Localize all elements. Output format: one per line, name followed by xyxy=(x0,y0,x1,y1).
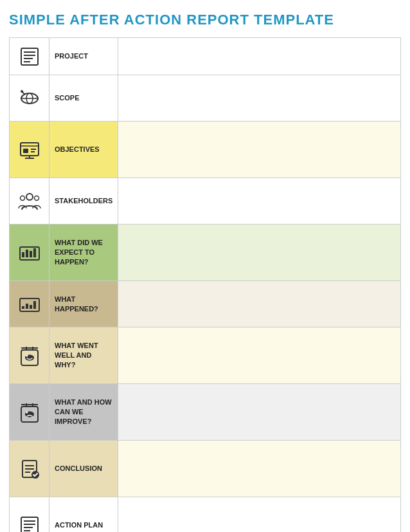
svg-point-19 xyxy=(20,196,24,200)
content-cell-improve xyxy=(118,384,401,441)
icon-cell-objectives xyxy=(10,122,49,178)
svg-rect-30 xyxy=(33,301,36,309)
happened-icon xyxy=(12,293,46,315)
table-row-expect: WHAT DID WE EXPECT TO HAPPEN? xyxy=(10,225,401,281)
table-row-scope: SCOPE xyxy=(10,75,401,122)
icon-cell-stakeholders xyxy=(10,178,49,225)
improve-icon xyxy=(12,401,46,423)
icon-cell-improve xyxy=(10,384,49,441)
icon-cell-project xyxy=(10,38,49,75)
label-cell-stakeholders: STAKEHOLDERS xyxy=(49,178,118,225)
content-cell-happened xyxy=(118,281,401,327)
svg-rect-0 xyxy=(21,48,38,65)
page-title: SIMPLE AFTER ACTION REPORT TEMPLATE xyxy=(9,12,401,28)
svg-point-18 xyxy=(26,194,33,200)
icon-cell-conclusion xyxy=(10,441,49,497)
content-cell-project xyxy=(118,38,401,75)
project-icon xyxy=(12,46,46,68)
svg-rect-24 xyxy=(30,251,32,257)
went-well-icon xyxy=(12,345,46,367)
stakeholders-icon xyxy=(12,190,46,212)
table-row-objectives: OBJECTIVES xyxy=(10,122,401,178)
label-cell-conclusion: CONCLUSION xyxy=(49,441,118,497)
table-row-stakeholders: STAKEHOLDERS xyxy=(10,178,401,225)
objectives-icon xyxy=(12,139,46,161)
table-row-action-plan: ACTION PLAN xyxy=(10,497,401,533)
label-cell-went-well: WHAT WENT WELL AND WHY? xyxy=(49,327,118,384)
content-cell-expect xyxy=(118,225,401,281)
icon-cell-expect xyxy=(10,225,49,281)
scope-icon xyxy=(12,87,46,109)
label-cell-project: PROJECT xyxy=(49,38,118,75)
icon-cell-scope xyxy=(10,75,49,122)
content-cell-conclusion xyxy=(118,441,401,497)
svg-rect-28 xyxy=(26,304,28,309)
svg-line-8 xyxy=(23,93,24,94)
table-row-conclusion: CONCLUSION xyxy=(10,441,401,497)
expect-icon xyxy=(12,242,46,264)
svg-rect-22 xyxy=(22,252,24,257)
svg-rect-27 xyxy=(22,306,24,309)
svg-point-20 xyxy=(34,196,39,200)
table-row-improve: WHAT AND HOW CAN WE IMPROVE? xyxy=(10,384,401,441)
icon-cell-went-well xyxy=(10,327,49,384)
table-row-happened: WHAT HAPPENED? xyxy=(10,281,401,327)
svg-point-36 xyxy=(26,411,28,413)
report-table: PROJECT SCOPE OBJECTIVES xyxy=(9,37,401,532)
svg-rect-23 xyxy=(26,250,28,257)
svg-point-32 xyxy=(26,354,28,356)
content-cell-went-well xyxy=(118,327,401,384)
content-cell-stakeholders xyxy=(118,178,401,225)
svg-point-10 xyxy=(21,90,23,93)
label-cell-happened: WHAT HAPPENED? xyxy=(49,281,118,327)
table-row-went-well: WHAT WENT WELL AND WHY? xyxy=(10,327,401,384)
action-plan-icon xyxy=(12,515,46,533)
svg-rect-29 xyxy=(30,305,32,309)
content-cell-action-plan xyxy=(118,497,401,533)
label-cell-expect: WHAT DID WE EXPECT TO HAPPEN? xyxy=(49,225,118,281)
svg-rect-15 xyxy=(23,149,28,153)
content-cell-objectives xyxy=(118,122,401,178)
conclusion-icon xyxy=(12,458,46,480)
content-cell-scope xyxy=(118,75,401,122)
icon-cell-happened xyxy=(10,281,49,327)
table-row-project: PROJECT xyxy=(10,38,401,75)
label-cell-objectives: OBJECTIVES xyxy=(49,122,118,178)
icon-cell-action-plan xyxy=(10,497,49,533)
label-cell-improve: WHAT AND HOW CAN WE IMPROVE? xyxy=(49,384,118,441)
label-cell-action-plan: ACTION PLAN xyxy=(49,497,118,533)
label-cell-scope: SCOPE xyxy=(49,75,118,122)
svg-rect-25 xyxy=(33,248,36,257)
